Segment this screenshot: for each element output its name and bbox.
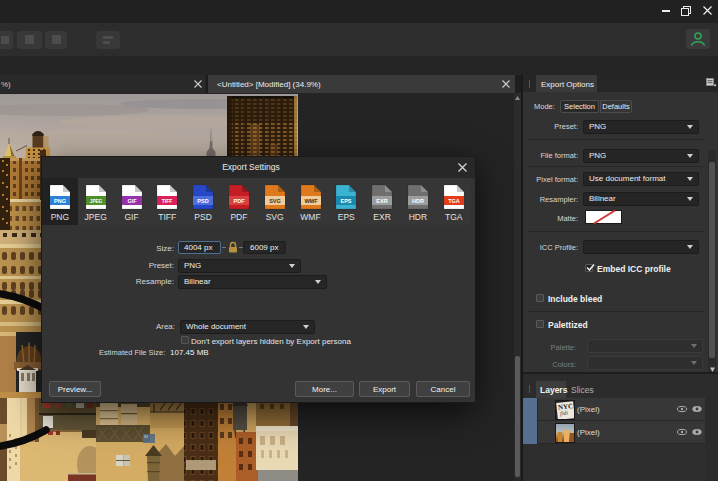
svg-text:GIF: GIF — [127, 198, 137, 204]
svg-text:EXR: EXR — [376, 198, 387, 204]
svg-text:JPEG: JPEG — [90, 199, 103, 204]
svg-text:EPS: EPS — [341, 198, 352, 204]
svg-text:SVG: SVG — [269, 198, 281, 204]
svg-text:TIFF: TIFF — [162, 198, 173, 204]
svg-text:PSD: PSD — [197, 198, 208, 204]
svg-text:PDF: PDF — [233, 198, 245, 204]
svg-text:PNG: PNG — [54, 198, 66, 204]
svg-text:WMF: WMF — [304, 198, 318, 204]
svg-text:TGA: TGA — [448, 198, 460, 204]
svg-text:HDR: HDR — [412, 198, 424, 204]
